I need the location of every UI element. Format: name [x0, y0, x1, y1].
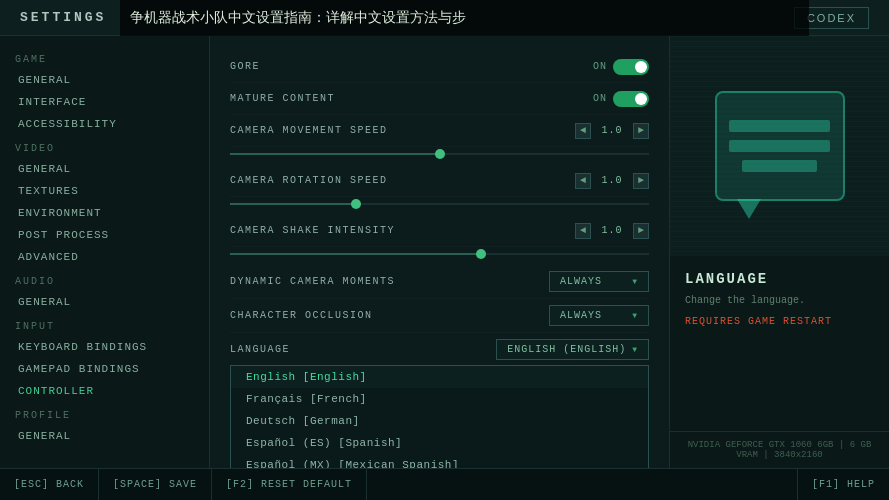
language-value: ENGLISH (ENGLISH) [507, 344, 626, 355]
gpu-info: NVIDIA GEFORCE GTX 1060 6GB | 6 GB VRAM … [670, 431, 889, 468]
camera-shake-intensity-thumb[interactable] [476, 249, 486, 259]
camera-rotation-speed-label: CAMERA ROTATION SPEED [230, 175, 388, 186]
bubble-line-3 [742, 160, 818, 172]
section-profile: PROFILE [0, 402, 209, 425]
sidebar-item-advanced[interactable]: ADVANCED [0, 246, 209, 268]
mature-content-label: MATURE CONTENT [230, 93, 335, 104]
dynamic-camera-moments-label: DYNAMIC CAMERA MOMENTS [230, 276, 395, 287]
lang-option-spanish-es[interactable]: Español (ES) [Spanish] [231, 432, 648, 454]
dynamic-camera-moments-arrow: ▼ [632, 277, 638, 286]
camera-rotation-speed-row: CAMERA ROTATION SPEED ◄ 1.0 ► [230, 165, 649, 197]
section-video: VIDEO [0, 135, 209, 158]
camera-rotation-speed-fill [230, 203, 356, 205]
sidebar-item-accessibility[interactable]: ACCESSIBILITY [0, 113, 209, 135]
sidebar-item-controller[interactable]: CONTROLLER [0, 380, 209, 402]
lang-option-french[interactable]: Français [French] [231, 388, 648, 410]
gore-row: GORE ON [230, 51, 649, 83]
camera-movement-speed-thumb[interactable] [435, 149, 445, 159]
sidebar-item-gamepad-bindings[interactable]: GAMEPAD BINDINGS [0, 358, 209, 380]
save-button[interactable]: [SPACE] SAVE [99, 469, 212, 500]
header: SETTINGS 争机器战术小队中文设置指南：详解中文设置方法与步 CODEX [0, 0, 889, 36]
camera-rotation-speed-decrease[interactable]: ◄ [575, 173, 591, 189]
camera-rotation-speed-increase[interactable]: ► [633, 173, 649, 189]
character-occlusion-row: CHARACTER OCCLUSION ALWAYS ▼ [230, 299, 649, 333]
camera-movement-speed-label: CAMERA MOVEMENT SPEED [230, 125, 388, 136]
camera-movement-speed-slider: ◄ 1.0 ► [575, 123, 649, 139]
right-panel-visual [670, 36, 889, 256]
lang-option-spanish-mx[interactable]: Español (MX) [Mexican Spanish] [231, 454, 648, 468]
camera-rotation-speed-slider: ◄ 1.0 ► [575, 173, 649, 189]
camera-rotation-speed-track[interactable] [230, 203, 649, 205]
section-audio: AUDIO [0, 268, 209, 291]
sidebar-item-interface[interactable]: INTERFACE [0, 91, 209, 113]
camera-shake-intensity-increase[interactable]: ► [633, 223, 649, 239]
dynamic-camera-moments-value: ALWAYS [560, 276, 602, 287]
sidebar: GAME GENERAL INTERFACE ACCESSIBILITY VID… [0, 36, 210, 468]
language-label: LANGUAGE [230, 344, 290, 355]
camera-shake-intensity-track-row [230, 247, 649, 265]
bubble-line-2 [729, 140, 830, 152]
mature-content-value: ON [593, 93, 607, 104]
reset-default-button[interactable]: [F2] RESET DEFAULT [212, 469, 367, 500]
right-panel-info: LANGUAGE Change the language. REQUIRES G… [670, 256, 889, 431]
sidebar-item-general-video[interactable]: GENERAL [0, 158, 209, 180]
section-game: GAME [0, 46, 209, 69]
language-row: LANGUAGE ENGLISH (ENGLISH) ▼ [230, 333, 649, 366]
main-content: GAME GENERAL INTERFACE ACCESSIBILITY VID… [0, 36, 889, 468]
center-panel: GORE ON MATURE CONTENT ON CAMERA MOVEMEN… [210, 36, 669, 468]
camera-movement-speed-fill [230, 153, 440, 155]
dynamic-camera-moments-row: DYNAMIC CAMERA MOMENTS ALWAYS ▼ [230, 265, 649, 299]
info-title: LANGUAGE [685, 271, 874, 287]
mature-content-toggle[interactable] [613, 91, 649, 107]
camera-rotation-speed-value: 1.0 [597, 175, 627, 186]
camera-shake-intensity-fill [230, 253, 481, 255]
character-occlusion-label: CHARACTER OCCLUSION [230, 310, 373, 321]
sidebar-item-textures[interactable]: TEXTURES [0, 180, 209, 202]
camera-movement-speed-increase[interactable]: ► [633, 123, 649, 139]
language-arrow: ▼ [632, 345, 638, 354]
dynamic-camera-moments-dropdown[interactable]: ALWAYS ▼ [549, 271, 649, 292]
info-warning: REQUIRES GAME RESTART [685, 316, 874, 327]
camera-shake-intensity-row: CAMERA SHAKE INTENSITY ◄ 1.0 ► [230, 215, 649, 247]
sidebar-item-general-audio[interactable]: GENERAL [0, 291, 209, 313]
character-occlusion-arrow: ▼ [632, 311, 638, 320]
language-dropdown[interactable]: ENGLISH (ENGLISH) ▼ [496, 339, 649, 360]
settings-title: SETTINGS [20, 10, 106, 25]
mature-content-toggle-container: ON [593, 91, 649, 107]
character-occlusion-value: ALWAYS [560, 310, 602, 321]
mature-content-row: MATURE CONTENT ON [230, 83, 649, 115]
language-section: LANGUAGE ENGLISH (ENGLISH) ▼ English [En… [230, 333, 649, 366]
sidebar-item-environment[interactable]: ENVIRONMENT [0, 202, 209, 224]
sidebar-item-general-profile[interactable]: GENERAL [0, 425, 209, 447]
language-dropdown-open: English [English] Français [French] Deut… [230, 365, 649, 468]
info-desc: Change the language. [685, 293, 874, 308]
camera-shake-intensity-label: CAMERA SHAKE INTENSITY [230, 225, 395, 236]
character-occlusion-dropdown[interactable]: ALWAYS ▼ [549, 305, 649, 326]
camera-movement-speed-value: 1.0 [597, 125, 627, 136]
gore-toggle[interactable] [613, 59, 649, 75]
marquee-banner: 争机器战术小队中文设置指南：详解中文设置方法与步 [120, 0, 809, 36]
help-button[interactable]: [F1] HELP [797, 469, 889, 500]
back-button[interactable]: [ESC] BACK [0, 469, 99, 500]
camera-movement-speed-track[interactable] [230, 153, 649, 155]
camera-shake-intensity-decrease[interactable]: ◄ [575, 223, 591, 239]
bottom-bar: [ESC] BACK [SPACE] SAVE [F2] RESET DEFAU… [0, 468, 889, 500]
lang-option-english[interactable]: English [English] [231, 366, 648, 388]
sidebar-item-post-process[interactable]: POST PROCESS [0, 224, 209, 246]
camera-rotation-speed-track-row [230, 197, 649, 215]
camera-movement-speed-decrease[interactable]: ◄ [575, 123, 591, 139]
sidebar-item-keyboard-bindings[interactable]: KEYBOARD BINDINGS [0, 336, 209, 358]
bubble-line-1 [729, 120, 830, 132]
gore-toggle-container: ON [593, 59, 649, 75]
sidebar-item-general-game[interactable]: GENERAL [0, 69, 209, 91]
gore-label: GORE [230, 61, 260, 72]
camera-shake-intensity-track[interactable] [230, 253, 649, 255]
camera-rotation-speed-thumb[interactable] [351, 199, 361, 209]
camera-shake-intensity-slider: ◄ 1.0 ► [575, 223, 649, 239]
lang-option-german[interactable]: Deutsch [German] [231, 410, 648, 432]
camera-shake-intensity-value: 1.0 [597, 225, 627, 236]
language-icon [715, 91, 845, 201]
camera-movement-speed-row: CAMERA MOVEMENT SPEED ◄ 1.0 ► [230, 115, 649, 147]
camera-movement-speed-track-row [230, 147, 649, 165]
right-panel: LANGUAGE Change the language. REQUIRES G… [669, 36, 889, 468]
